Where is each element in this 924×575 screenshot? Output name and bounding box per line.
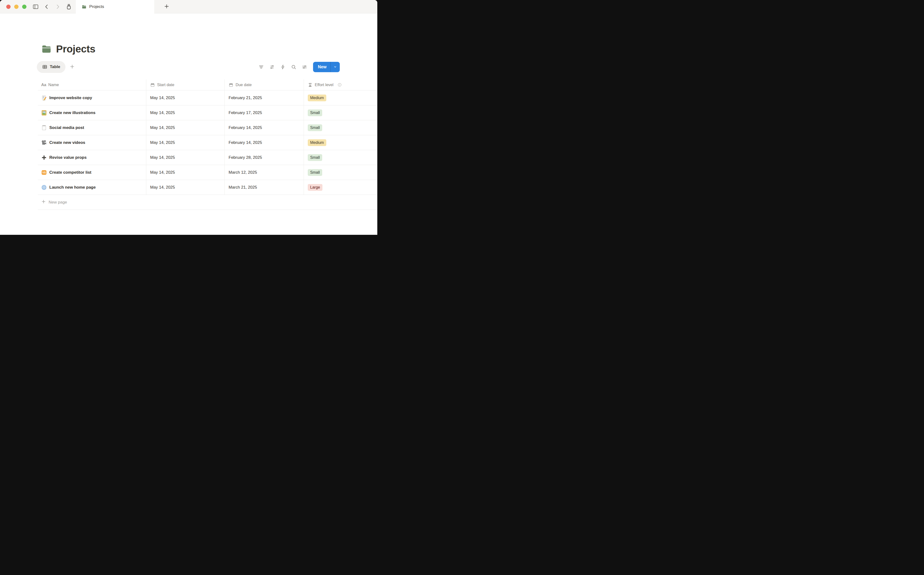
table-view-icon <box>42 64 48 70</box>
page-title[interactable]: Projects <box>56 43 95 55</box>
view-tab-table[interactable]: Table <box>37 61 65 73</box>
due-date-cell[interactable]: February 21, 2025 <box>225 91 304 105</box>
add-view-button[interactable] <box>69 64 75 70</box>
start-date-cell[interactable]: May 14, 2025 <box>146 180 225 195</box>
sort-icon <box>269 64 275 70</box>
start-date-value: May 14, 2025 <box>150 185 175 190</box>
start-date-cell[interactable]: May 14, 2025 <box>146 105 225 120</box>
page-folder-icon[interactable] <box>41 44 52 55</box>
new-tab-button[interactable] <box>162 0 171 13</box>
start-date-cell[interactable]: May 14, 2025 <box>146 150 225 165</box>
due-date-cell[interactable]: February 14, 2025 <box>225 120 304 135</box>
new-button[interactable]: New <box>313 62 340 72</box>
effort-level-cell[interactable]: Small <box>304 105 377 120</box>
due-date-cell[interactable]: February 28, 2025 <box>225 150 304 165</box>
spiral-notepad-icon <box>41 125 47 131</box>
due-date-cell[interactable]: March 12, 2025 <box>225 165 304 180</box>
database-controls: Table New <box>37 61 340 73</box>
folder-icon <box>82 4 87 10</box>
table-row: Social media postMay 14, 2025February 14… <box>38 120 377 135</box>
forward-button[interactable] <box>54 3 62 11</box>
automations-button[interactable] <box>279 63 287 71</box>
vs-icon: VS <box>41 170 47 175</box>
settings-icon <box>302 64 307 70</box>
table-row: Create new illustrationsMay 14, 2025Febr… <box>38 105 377 120</box>
due-date-cell[interactable]: February 17, 2025 <box>225 105 304 120</box>
hourglass-icon <box>308 83 313 87</box>
lightning-icon <box>280 64 286 70</box>
zoom-window-button[interactable] <box>22 5 27 9</box>
column-header-name[interactable]: AaName <box>38 79 146 90</box>
back-button[interactable] <box>43 3 51 11</box>
effort-level-cell[interactable]: Small <box>304 165 377 180</box>
column-header-start-date[interactable]: Start date <box>146 79 225 90</box>
effort-level-cell[interactable]: Medium <box>304 135 377 150</box>
search-icon <box>291 64 297 70</box>
start-date-cell[interactable]: May 14, 2025 <box>146 91 225 105</box>
effort-level-cell[interactable]: Medium <box>304 91 377 105</box>
due-date-value: February 14, 2025 <box>229 125 262 130</box>
start-date-cell[interactable]: May 14, 2025 <box>146 120 225 135</box>
due-date-cell[interactable]: February 14, 2025 <box>225 135 304 150</box>
page-header: Projects <box>41 43 377 55</box>
name-cell[interactable]: Social media post <box>38 120 146 135</box>
start-date-cell[interactable]: May 14, 2025 <box>146 135 225 150</box>
column-header-label: Effort level <box>315 83 333 87</box>
page-name: Improve website copy <box>49 95 92 100</box>
name-cell[interactable]: Revise value props <box>38 150 146 165</box>
column-header-effort-level[interactable]: Effort level <box>304 79 377 90</box>
effort-level-cell[interactable]: Small <box>304 120 377 135</box>
notion-window: Projects Projects Table <box>0 0 377 235</box>
name-cell[interactable]: Launch new home page <box>38 180 146 195</box>
view-toolbar: New <box>257 62 340 72</box>
due-date-value: February 17, 2025 <box>229 110 262 115</box>
start-date-value: May 14, 2025 <box>150 110 175 115</box>
table-row: Improve website copyMay 14, 2025February… <box>38 91 377 105</box>
due-date-value: February 21, 2025 <box>229 95 262 100</box>
sidebar-toggle-button[interactable] <box>32 3 40 11</box>
minimize-window-button[interactable] <box>14 5 19 9</box>
chevron-left-icon <box>44 3 50 10</box>
name-cell[interactable]: Create new videos <box>38 135 146 150</box>
due-date-value: February 28, 2025 <box>229 155 262 160</box>
framed-picture-icon <box>41 110 47 116</box>
filter-button[interactable] <box>257 63 265 71</box>
due-date-value: February 14, 2025 <box>229 140 262 145</box>
sidebar-icon <box>32 3 39 10</box>
info-icon <box>337 83 342 87</box>
search-button[interactable] <box>290 63 297 71</box>
table-row: Launch new home pageMay 14, 2025March 21… <box>38 180 377 195</box>
page-name: Create new illustrations <box>49 110 95 115</box>
table-row: VSCreate competitor listMay 14, 2025Marc… <box>38 165 377 180</box>
sort-button[interactable] <box>268 63 276 71</box>
effort-level-cell[interactable]: Large <box>304 180 377 195</box>
new-page-row[interactable]: New page <box>38 195 377 210</box>
view-switcher: Table <box>37 61 75 73</box>
text-type-icon: Aa <box>41 83 46 87</box>
movie-camera-icon <box>41 140 47 146</box>
close-window-button[interactable] <box>6 5 11 9</box>
tab-projects[interactable]: Projects <box>76 0 154 13</box>
column-header-label: Name <box>48 83 59 87</box>
nav-buttons <box>32 0 73 13</box>
chevron-down-icon[interactable] <box>330 62 340 72</box>
effort-tag: Large <box>308 184 322 191</box>
name-cell[interactable]: Improve website copy <box>38 91 146 105</box>
column-header-due-date[interactable]: Due date <box>225 79 304 90</box>
name-cell[interactable]: Create new illustrations <box>38 105 146 120</box>
start-date-cell[interactable]: May 14, 2025 <box>146 165 225 180</box>
plus-icon <box>41 199 46 205</box>
start-date-value: May 14, 2025 <box>150 95 175 100</box>
due-date-value: March 12, 2025 <box>229 170 257 175</box>
history-icon <box>66 3 72 10</box>
view-settings-button[interactable] <box>300 63 308 71</box>
effort-tag: Small <box>308 169 322 176</box>
effort-tag: Medium <box>308 139 326 146</box>
effort-tag: Small <box>308 124 322 131</box>
history-button[interactable] <box>65 3 73 11</box>
due-date-cell[interactable]: March 21, 2025 <box>225 180 304 195</box>
effort-level-cell[interactable]: Small <box>304 150 377 165</box>
name-cell[interactable]: VSCreate competitor list <box>38 165 146 180</box>
tab-label: Projects <box>89 4 104 9</box>
table-body: Improve website copyMay 14, 2025February… <box>38 91 377 195</box>
